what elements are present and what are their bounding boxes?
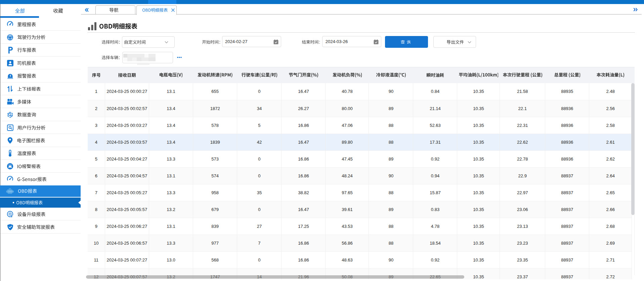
svg-text:OBD: OBD [8,190,12,192]
